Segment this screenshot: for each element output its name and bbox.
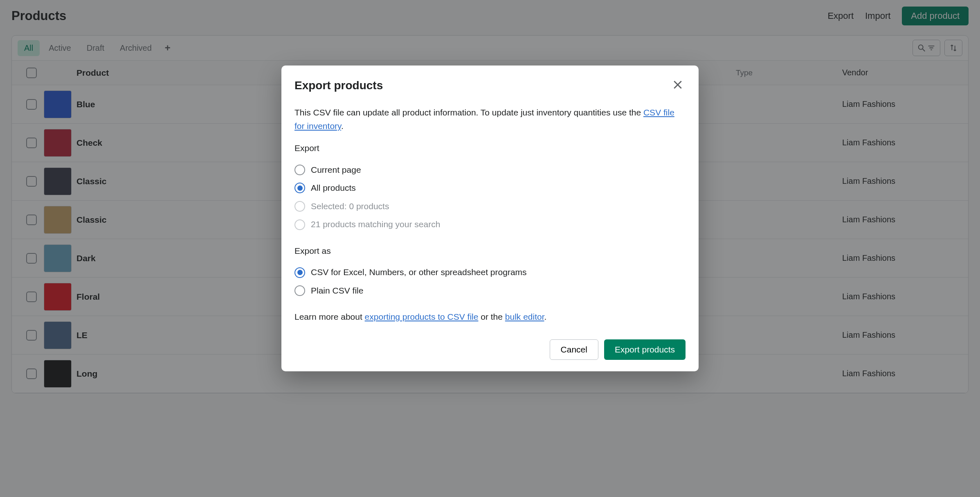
radio-label: All products	[311, 181, 356, 195]
radio-icon	[294, 267, 305, 278]
radio-csv-plain[interactable]: Plain CSV file	[294, 282, 686, 300]
bulk-editor-link[interactable]: bulk editor	[505, 312, 544, 321]
exporting-csv-link[interactable]: exporting products to CSV file	[365, 312, 479, 321]
modal-header: Export products	[281, 66, 699, 98]
learn-text-b: .	[544, 312, 547, 321]
modal-title: Export products	[294, 79, 670, 92]
radio-label: CSV for Excel, Numbers, or other spreads…	[311, 266, 527, 279]
radio-icon	[294, 165, 305, 175]
radio-current-page[interactable]: Current page	[294, 161, 686, 179]
radio-label: Selected: 0 products	[311, 200, 389, 213]
cancel-button[interactable]: Cancel	[550, 339, 598, 360]
radio-matching-products: 21 products matching your search	[294, 215, 686, 234]
close-icon	[672, 79, 684, 91]
learn-text-mid: or the	[478, 312, 505, 321]
export-as-label: Export as	[294, 244, 686, 258]
modal-body: This CSV file can update all product inf…	[281, 98, 699, 335]
radio-icon	[294, 201, 305, 212]
export-modal: Export products This CSV file can update…	[281, 66, 699, 371]
modal-overlay[interactable]: Export products This CSV file can update…	[0, 0, 980, 497]
radio-all-products[interactable]: All products	[294, 179, 686, 197]
radio-label: Plain CSV file	[311, 284, 363, 298]
export-scope-radios: Current page All products Selected: 0 pr…	[294, 161, 686, 234]
radio-selected-products: Selected: 0 products	[294, 197, 686, 216]
export-format-radios: CSV for Excel, Numbers, or other spreads…	[294, 263, 686, 300]
intro-text-a: This CSV file can update all product inf…	[294, 108, 643, 117]
learn-more-text: Learn more about exporting products to C…	[294, 310, 686, 324]
radio-csv-excel[interactable]: CSV for Excel, Numbers, or other spreads…	[294, 263, 686, 282]
radio-icon	[294, 219, 305, 230]
intro-text-b: .	[341, 121, 344, 131]
modal-intro-text: This CSV file can update all product inf…	[294, 106, 686, 133]
radio-label: 21 products matching your search	[311, 218, 440, 231]
modal-footer: Cancel Export products	[281, 335, 699, 371]
learn-text-a: Learn more about	[294, 312, 365, 321]
radio-icon	[294, 183, 305, 193]
export-products-button[interactable]: Export products	[604, 339, 686, 360]
radio-label: Current page	[311, 163, 361, 177]
radio-icon	[294, 285, 305, 296]
modal-close-button[interactable]	[670, 77, 686, 94]
export-group-label: Export	[294, 142, 686, 155]
